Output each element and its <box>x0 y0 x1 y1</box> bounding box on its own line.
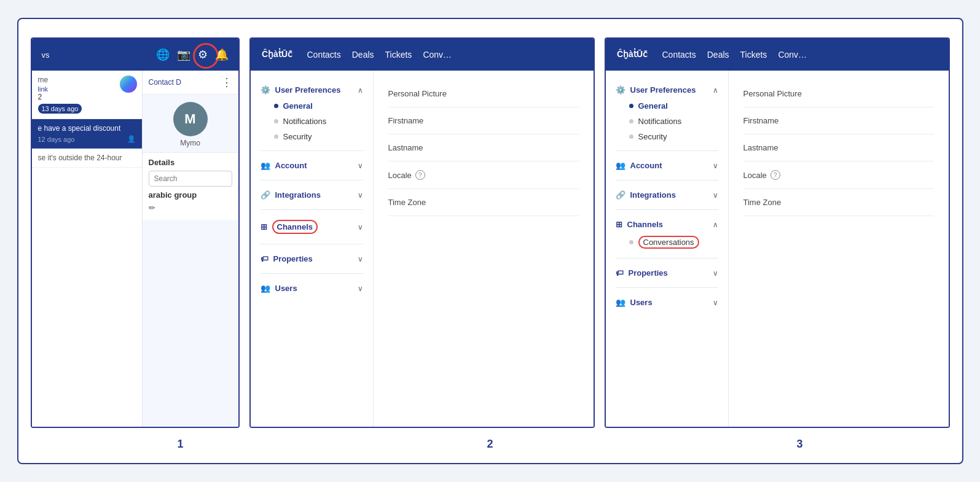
logo-3-svg: ĈḫàṫŪc̄ <box>616 44 650 63</box>
nav-3-contacts[interactable]: Contacts <box>662 50 696 60</box>
search-input[interactable] <box>149 171 232 187</box>
p3-firstname-label: Firstname <box>743 116 779 125</box>
24h-msg: se it's outside the 24-hour <box>38 154 136 162</box>
nav-contacts[interactable]: Contacts <box>307 50 341 60</box>
channels-label: Channels <box>272 220 318 234</box>
p3-sidebar-section-users: 👥 Users ∨ <box>606 290 728 314</box>
channels-icon: ⊞ <box>261 222 267 231</box>
nav-tickets[interactable]: Tickets <box>385 50 412 60</box>
sidebar-item-security[interactable]: Security <box>274 129 363 144</box>
outer-container: vs 🌐 📷 ⚙ 🔔 me link 2 13 days ago <box>17 18 963 464</box>
p3-conversations-label: Conversations <box>638 236 699 249</box>
p3-properties-header[interactable]: 🏷 Properties ∨ <box>616 265 718 281</box>
p3-sidebar-item-general[interactable]: General <box>629 98 718 114</box>
user-prefs-items: General Notifications Security <box>261 98 363 144</box>
special-msg: e have a special discount <box>38 124 136 133</box>
account-label: Account <box>275 161 307 170</box>
p3-sidebar-item-conversations[interactable]: Conversations <box>629 233 718 252</box>
step-labels: 1 2 3 <box>31 438 950 451</box>
p3-divider-5 <box>616 287 718 288</box>
sidebar-item-notifications[interactable]: Notifications <box>274 114 363 129</box>
panel-1: vs 🌐 📷 ⚙ 🔔 me link 2 13 days ago <box>31 37 240 428</box>
p3-user-prefs-icon: ⚙️ <box>616 85 625 95</box>
nav-deals[interactable]: Deals <box>352 50 374 60</box>
bullet-notifications <box>274 119 278 123</box>
notifications-label: Notifications <box>283 117 327 126</box>
p3-sidebar-item-security[interactable]: Security <box>629 129 718 144</box>
p3-general-label: General <box>638 101 668 111</box>
nav-3-tickets[interactable]: Tickets <box>740 50 767 60</box>
contact-header: Contact D ⋮ <box>143 71 238 95</box>
bullet-general <box>274 104 278 108</box>
divider-5 <box>261 273 363 274</box>
chat-item-special[interactable]: e have a special discount 12 days ago 👤 <box>32 119 142 149</box>
gear-icon[interactable]: ⚙ <box>198 48 208 61</box>
nav-3-deals[interactable]: Deals <box>707 50 729 60</box>
p3-channels-items: Conversations <box>616 233 718 252</box>
p3-divider-3 <box>616 209 718 210</box>
camera-icon[interactable]: 📷 <box>177 48 190 61</box>
users-title: 👥 Users <box>261 284 297 293</box>
account-icon: 👥 <box>261 161 270 170</box>
properties-header[interactable]: 🏷 Properties ∨ <box>261 251 363 267</box>
chat-item-24h[interactable]: se it's outside the 24-hour <box>32 149 142 168</box>
clipped-text: vs <box>42 50 50 60</box>
p3-channels-header[interactable]: ⊞ Channels ∧ <box>616 216 718 233</box>
p3-divider-4 <box>616 258 718 258</box>
sidebar-item-general[interactable]: General <box>274 98 363 114</box>
person-icon: 👤 <box>127 135 136 143</box>
settings-sidebar-2: ⚙️ User Preferences ∧ General <box>251 71 374 427</box>
nav-3-conv[interactable]: Conv… <box>778 50 807 60</box>
users-header[interactable]: 👥 Users ∨ <box>261 280 363 297</box>
chevron-down-2-icon: ∨ <box>358 191 363 200</box>
p3-account-header[interactable]: 👥 Account ∨ <box>616 157 718 174</box>
properties-label: Properties <box>273 254 313 263</box>
contact-link[interactable]: Contact D <box>149 78 181 87</box>
sidebar-section-channels: ⊞ Channels ∨ <box>251 212 373 241</box>
p3-bullet-notifications <box>629 119 633 123</box>
p3-users-header[interactable]: 👥 Users ∨ <box>616 294 718 311</box>
details-section: Details arabic group ✏ <box>143 153 238 220</box>
p3-integrations-header[interactable]: 🔗 Integrations ∨ <box>616 187 718 203</box>
bell-icon[interactable]: 🔔 <box>215 48 229 61</box>
p3-field-locale: Locale ? <box>743 161 934 189</box>
edit-icon[interactable]: ✏ <box>149 201 232 215</box>
p3-properties-title: 🏷 Properties <box>616 268 668 278</box>
p3-lastname-label: Lastname <box>743 143 778 152</box>
avatar <box>120 76 137 93</box>
chat-item-1[interactable]: me link 2 13 days ago <box>32 71 142 119</box>
chevron-down-icon: ∨ <box>358 161 363 170</box>
p3-channels-title: ⊞ Channels <box>616 220 664 229</box>
p3-locale-label: Locale ? <box>743 170 934 180</box>
translate-icon[interactable]: 🌐 <box>156 48 170 61</box>
group-name: arabic group <box>149 187 232 201</box>
nav-items-3: Contacts Deals Tickets Conv… <box>662 50 807 60</box>
panel-2-header: ĈḫàṫŪc̄ Contacts Deals Tickets Conv… <box>251 39 594 71</box>
p3-user-prefs-header[interactable]: ⚙️ User Preferences ∧ <box>616 82 718 98</box>
p3-sidebar-section-channels: ⊞ Channels ∧ Conversations <box>606 212 728 255</box>
users-label: Users <box>275 284 297 293</box>
p3-personal-picture-label: Personal Picture <box>743 89 802 98</box>
channels-header[interactable]: ⊞ Channels ∨ <box>261 216 363 238</box>
p3-sidebar-section-account: 👥 Account ∨ <box>606 154 728 177</box>
step-label-3: 3 <box>650 438 950 451</box>
p3-properties-icon: 🏷 <box>616 268 624 278</box>
integrations-header[interactable]: 🔗 Integrations ∨ <box>261 187 363 203</box>
user-prefs-header[interactable]: ⚙️ User Preferences ∧ <box>261 82 363 98</box>
dots-menu[interactable]: ⋮ <box>221 76 232 89</box>
p3-sidebar-item-notifications[interactable]: Notifications <box>629 114 718 129</box>
p3-timezone-label: Time Zone <box>743 198 782 207</box>
account-header[interactable]: 👥 Account ∨ <box>261 157 363 174</box>
p3-security-label: Security <box>638 132 667 141</box>
p3-channels-label: Channels <box>627 220 664 229</box>
sidebar-section-account: 👥 Account ∨ <box>251 154 373 177</box>
nav-conv[interactable]: Conv… <box>423 50 452 60</box>
p3-users-title: 👥 Users <box>616 298 653 307</box>
user-prefs-icon: ⚙️ <box>261 85 270 95</box>
divider-4 <box>261 244 363 244</box>
logo-svg: ĈḫàṫŪc̄ <box>261 44 295 63</box>
integrations-label: Integrations <box>275 190 321 200</box>
p3-sidebar-section-properties: 🏷 Properties ∨ <box>606 261 728 285</box>
p3-divider-1 <box>616 150 718 151</box>
chevron-down-5-icon: ∨ <box>358 284 363 293</box>
